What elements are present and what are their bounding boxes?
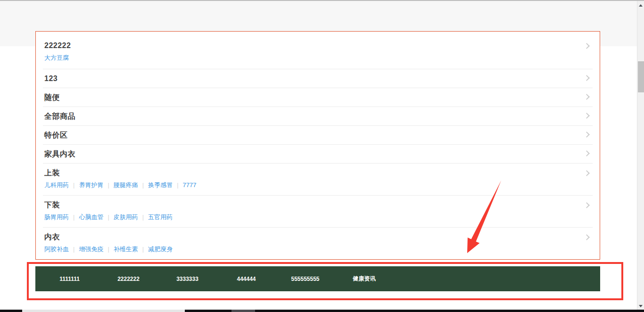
footer-nav-item[interactable]: 555555555: [276, 276, 335, 282]
bottom-edge-segment: [22, 310, 185, 312]
subcategory-link[interactable]: 儿科用药: [44, 181, 69, 189]
link-separator: |: [177, 181, 178, 189]
chevron-right-icon[interactable]: [584, 170, 590, 176]
link-separator: |: [73, 246, 74, 253]
subcategory-link[interactable]: 7777: [183, 181, 197, 189]
category-title[interactable]: 全部商品: [44, 112, 75, 121]
chevron-right-icon[interactable]: [584, 113, 590, 119]
subcategory-links: 大方豆腐: [44, 54, 576, 62]
subcategory-link[interactable]: 补维生素: [114, 246, 138, 253]
subcategory-links: 肠胃用药|心脑血管|皮肤用药|五官用药: [44, 213, 576, 222]
category-row-content: 家具内衣: [44, 149, 75, 159]
category-row: 222222大方豆腐: [43, 32, 593, 69]
category-row-content: 下装肠胃用药|心脑血管|皮肤用药|五官用药: [44, 200, 576, 222]
category-row: 上装儿科用药|养胃护胃|腰腿疼痛|换季感冒|7777: [43, 164, 593, 196]
footer-nav-bar: 111111122222223333333444444555555555健康资讯: [35, 266, 600, 291]
subcategory-link[interactable]: 心脑血管: [79, 213, 103, 221]
category-row: 123: [43, 69, 593, 88]
subcategory-link[interactable]: 皮肤用药: [114, 213, 138, 221]
link-separator: |: [73, 213, 74, 221]
scroll-down-icon[interactable]: [639, 305, 643, 307]
category-title[interactable]: 上装: [44, 168, 576, 178]
footer-nav-item[interactable]: 2222222: [99, 276, 158, 282]
category-title[interactable]: 222222: [44, 41, 576, 50]
category-title[interactable]: 下装: [44, 200, 576, 210]
bottom-edge-segment: [231, 310, 255, 312]
scroll-up-icon[interactable]: [639, 4, 643, 7]
category-row-content: 内衣阿胶补血|增强免疫|补维生素|减肥廋身: [44, 232, 576, 254]
vertical-scrollbar[interactable]: [637, 1, 644, 312]
category-row-content: 上装儿科用药|养胃护胃|腰腿疼痛|换季感冒|7777: [44, 168, 576, 189]
subcategory-link[interactable]: 换季感冒: [148, 181, 173, 189]
link-separator: |: [107, 181, 109, 189]
chevron-right-icon[interactable]: [584, 234, 590, 240]
scrollbar-thumb[interactable]: [638, 61, 644, 92]
subcategory-link[interactable]: 增强免疫: [79, 246, 103, 253]
footer-nav-item[interactable]: 444444: [217, 276, 276, 282]
category-title[interactable]: 特价区: [44, 131, 68, 140]
category-row-content: 123: [44, 74, 58, 83]
category-row-content: 随便: [44, 93, 60, 102]
footer-nav-item[interactable]: 3333333: [158, 276, 217, 282]
chevron-right-icon[interactable]: [584, 75, 590, 81]
category-row: 特价区: [43, 126, 593, 145]
category-row-content: 特价区: [44, 131, 68, 140]
link-separator: |: [107, 213, 109, 221]
bottom-edge-segment: [0, 310, 22, 312]
chevron-right-icon[interactable]: [584, 131, 590, 138]
category-title[interactable]: 123: [44, 74, 58, 83]
footer-nav-item[interactable]: 健康资讯: [335, 275, 394, 283]
category-row-content: 222222大方豆腐: [44, 41, 576, 62]
subcategory-links: 儿科用药|养胃护胃|腰腿疼痛|换季感冒|7777: [44, 181, 576, 189]
chevron-right-icon[interactable]: [584, 43, 590, 49]
category-row: 全部商品: [43, 107, 593, 126]
category-title[interactable]: 内衣: [44, 232, 576, 242]
link-separator: |: [142, 181, 144, 189]
category-row: 下装肠胃用药|心脑血管|皮肤用药|五官用药: [43, 196, 593, 228]
chevron-right-icon[interactable]: [584, 150, 590, 156]
chevron-right-icon[interactable]: [584, 202, 590, 208]
subcategory-links: 阿胶补血|增强免疫|补维生素|减肥廋身: [44, 245, 576, 254]
footer-nav-item[interactable]: 1111111: [40, 276, 99, 282]
subcategory-link[interactable]: 五官用药: [148, 213, 173, 221]
link-separator: |: [142, 246, 144, 253]
category-title[interactable]: 家具内衣: [44, 149, 75, 159]
subcategory-link[interactable]: 腰腿疼痛: [114, 181, 138, 189]
category-title[interactable]: 随便: [44, 93, 60, 102]
subcategory-link[interactable]: 阿胶补血: [44, 246, 69, 253]
product-category-panel: 222222大方豆腐123随便全部商品特价区家具内衣上装儿科用药|养胃护胃|腰腿…: [35, 31, 600, 260]
subcategory-link[interactable]: 大方豆腐: [44, 54, 69, 61]
chevron-right-icon[interactable]: [584, 94, 590, 100]
category-row: 家具内衣: [43, 145, 593, 164]
link-separator: |: [73, 181, 74, 189]
page: 222222大方豆腐123随便全部商品特价区家具内衣上装儿科用药|养胃护胃|腰腿…: [0, 0, 644, 312]
category-row: 内衣阿胶补血|增强免疫|补维生素|减肥廋身: [43, 228, 593, 259]
subcategory-link[interactable]: 养胃护胃: [79, 181, 103, 189]
page-top-border: [0, 0, 644, 1]
category-row: 随便: [43, 88, 593, 107]
link-separator: |: [107, 246, 109, 253]
subcategory-link[interactable]: 减肥廋身: [148, 246, 173, 253]
category-row-content: 全部商品: [44, 112, 75, 121]
link-separator: |: [142, 213, 144, 221]
subcategory-link[interactable]: 肠胃用药: [44, 213, 69, 221]
